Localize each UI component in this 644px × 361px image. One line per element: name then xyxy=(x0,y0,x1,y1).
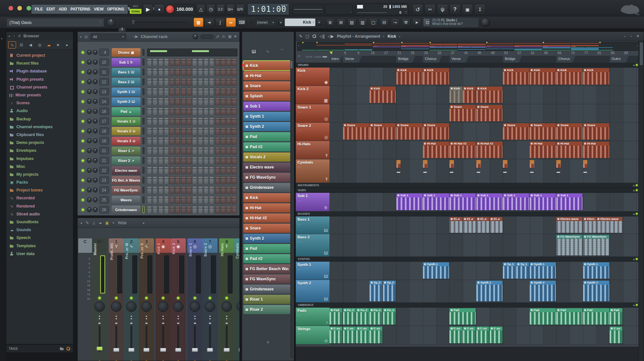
step-button[interactable] xyxy=(153,88,157,96)
mixer-strip-led[interactable] xyxy=(130,297,133,299)
maximize-traffic-light[interactable] xyxy=(27,6,31,10)
menu-add[interactable]: ADD xyxy=(59,7,67,11)
step-button[interactable] xyxy=(170,186,174,194)
step-button[interactable] xyxy=(153,196,157,204)
channel-button-grinderwave[interactable]: Grinderwave xyxy=(112,206,141,214)
channel-enable-led[interactable] xyxy=(82,71,84,73)
section-marker-bridge-2[interactable]: Bridge xyxy=(396,56,415,63)
browser-tab-cloud[interactable]: ☁ xyxy=(45,41,53,49)
pattern-item-kick[interactable]: ▤Kick xyxy=(243,193,291,202)
step-button[interactable] xyxy=(204,176,208,184)
metronome-button[interactable]: △ xyxy=(197,4,205,14)
channel-volume-knob[interactable] xyxy=(93,89,98,94)
step-button[interactable] xyxy=(232,196,237,204)
channel-volume-knob[interactable] xyxy=(93,138,98,143)
step-button[interactable] xyxy=(187,88,191,96)
channel-button-pad[interactable]: Pad▲ xyxy=(112,107,141,116)
shuffle-slider-thumb[interactable] xyxy=(132,20,135,25)
track-lane-cymbals[interactable] xyxy=(330,159,639,183)
step-button[interactable] xyxy=(181,88,186,96)
channel-mute-strip[interactable] xyxy=(142,196,144,203)
pattern-item-fg-better-beach-waves[interactable]: ▤FG Better Beach Waves xyxy=(243,264,291,273)
help-button[interactable]: ? xyxy=(449,4,461,15)
step-button[interactable] xyxy=(204,147,208,155)
clip-splash[interactable] xyxy=(503,160,507,168)
clip-f-es[interactable]: ▤F..es xyxy=(476,327,489,343)
step-button[interactable] xyxy=(187,176,191,184)
channel-number[interactable]: 21 xyxy=(99,157,109,164)
step-button[interactable] xyxy=(181,137,186,145)
step-button[interactable] xyxy=(175,206,180,214)
track-header-hi-hats[interactable]: Hi-Hats...Ŧ xyxy=(296,141,330,159)
browser-item-sliced-audio[interactable]: Sliced audio xyxy=(9,210,73,218)
pattern-item-synth-2[interactable]: ▤Synth 2 xyxy=(243,122,291,131)
clip-el-e[interactable]: ▤El..e xyxy=(490,217,502,233)
picker-automation-tab-icon[interactable]: ⌒ xyxy=(280,49,284,55)
mixer-fader-thumb[interactable] xyxy=(175,348,181,352)
section-marker-outro-7[interactable]: Outro xyxy=(610,56,629,63)
clip-synth-1[interactable]: ▤Synth 1 xyxy=(583,262,609,279)
track-header-kick-2[interactable]: Kick 2...▦ xyxy=(296,86,330,104)
step-button[interactable] xyxy=(187,68,191,76)
channel-button-riser-2[interactable]: Riser 2↗ xyxy=(112,156,141,165)
browser-item-clipboard-files[interactable]: Clipboard files xyxy=(9,131,73,139)
section-marker-chorus-3[interactable]: Chorus xyxy=(423,56,442,63)
pattern-item-pad[interactable]: ▤Pad xyxy=(243,244,291,253)
step-button[interactable] xyxy=(221,147,225,155)
mixer-pan-knob[interactable] xyxy=(141,301,152,312)
browser-item-project-bones[interactable]: Project bones xyxy=(9,186,73,194)
picker-scrollbar[interactable] xyxy=(290,60,293,358)
step-button[interactable] xyxy=(164,147,169,155)
step-button[interactable] xyxy=(147,78,152,86)
clip-hi-hat-2[interactable]: ▤Hi-Hat #2 xyxy=(449,142,476,158)
step-button[interactable] xyxy=(164,157,169,165)
step-button[interactable] xyxy=(209,88,214,96)
channel-number[interactable]: 11 xyxy=(99,68,109,76)
channel-mute-strip[interactable] xyxy=(142,177,144,184)
toggle-browser-button[interactable]: ▢ xyxy=(369,18,378,27)
playlist-add-track-button[interactable]: + xyxy=(298,53,300,58)
mixer-pan-knob[interactable] xyxy=(221,301,232,312)
step-button[interactable] xyxy=(159,147,163,155)
step-button[interactable] xyxy=(226,108,231,115)
channel-number[interactable]: 26 xyxy=(99,206,109,213)
rack-menu-icon[interactable]: ▸ xyxy=(80,35,82,38)
mixer-add-icon[interactable]: + xyxy=(112,221,114,225)
clip-pad[interactable]: ▤Pad xyxy=(330,308,342,325)
note-mode-label[interactable]: NOTE xyxy=(306,55,313,58)
channel-volume-knob[interactable] xyxy=(93,119,98,124)
step-button[interactable] xyxy=(175,58,180,66)
step-button[interactable] xyxy=(221,157,225,165)
channel-volume-knob[interactable] xyxy=(93,188,98,192)
channel-mute-strip[interactable] xyxy=(142,157,144,164)
clip-splash[interactable] xyxy=(396,160,401,168)
toggle-plugin-picker-button[interactable]: ⊸ xyxy=(390,18,400,27)
browser-item-my-projects[interactable]: My projects xyxy=(9,170,73,178)
channel-number[interactable]: 18 xyxy=(99,137,109,145)
mixer-strip-led[interactable] xyxy=(209,297,211,299)
typing-to-piano-button[interactable]: Ш+ xyxy=(226,4,235,14)
track-group-basses[interactable]: BASSES▴ xyxy=(296,211,639,216)
menu-view[interactable]: VIEW xyxy=(94,7,104,11)
pat-mode-label[interactable]: PAT xyxy=(323,55,327,58)
step-button[interactable] xyxy=(192,78,197,86)
clip-sub-1[interactable]: ▤Sub 1 xyxy=(530,193,556,210)
step-button[interactable] xyxy=(198,117,203,125)
mixer-updown-arrows[interactable]: ▴ ▾ xyxy=(131,314,132,320)
channel-pan-knob[interactable] xyxy=(87,70,92,74)
rack-record-icon[interactable]: ◎ xyxy=(85,34,88,39)
step-button[interactable] xyxy=(221,167,225,174)
track-lane-kick-2[interactable]: ▤Kick▤Kick▤Kick▤Kick xyxy=(330,86,639,104)
channel-volume-knob[interactable] xyxy=(93,158,98,163)
channel-button-bass-2[interactable]: Bass 2Ш xyxy=(112,78,141,86)
channel-button-vocals-1[interactable]: Vocals 1⊙ xyxy=(112,117,141,126)
step-button[interactable] xyxy=(215,147,220,155)
clip-electro-wave[interactable]: ▤Electro wave xyxy=(556,217,582,233)
clip-snare[interactable]: ▤Snare xyxy=(369,123,396,140)
playlist-zoom-icon[interactable] xyxy=(312,34,316,38)
track-header-kick[interactable]: Kick...◉ xyxy=(296,68,330,86)
channel-number[interactable]: 13 xyxy=(99,88,109,95)
clip-f-es[interactable]: ▤F..es xyxy=(449,327,462,343)
clip-snare[interactable]: ▤Snare xyxy=(396,123,423,140)
step-button[interactable] xyxy=(170,88,174,96)
